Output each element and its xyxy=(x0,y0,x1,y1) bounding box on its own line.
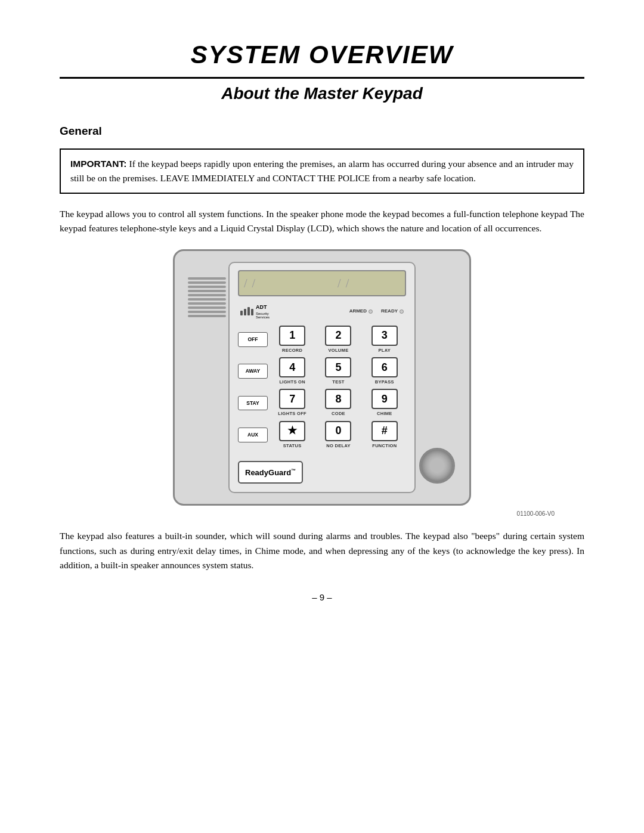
key-hash-label: FUNCTION xyxy=(372,442,397,449)
key-row-3: STAY 7 LIGHTS OFF 8 CODE 9 CHIME xyxy=(238,389,406,417)
key-4-label: LIGHTS ON xyxy=(279,379,305,385)
key-6[interactable]: 6 xyxy=(371,357,398,377)
status-row: ADT SecurityServices ARMED READY xyxy=(238,302,406,321)
page: SYSTEM OVERVIEW About the Master Keypad … xyxy=(0,0,644,833)
circular-speaker-icon xyxy=(419,448,455,484)
key-star-cell: ★ STATUS xyxy=(271,421,314,449)
speaker-grille-left xyxy=(185,271,228,323)
indicators: ARMED READY xyxy=(349,308,404,315)
grille-line xyxy=(188,315,226,317)
body-paragraph-1: The keypad allows you to control all sys… xyxy=(60,207,584,237)
section-heading: General xyxy=(60,123,584,140)
key-row-1: OFF 1 RECORD 2 VOLUME 3 PLAY xyxy=(238,326,406,354)
ready-guard-text: ReadyGuard xyxy=(245,468,291,477)
key-4[interactable]: 4 xyxy=(279,357,305,377)
brand-bars xyxy=(240,307,253,315)
key-3-label: PLAY xyxy=(379,347,391,354)
key-7-cell: 7 LIGHTS OFF xyxy=(271,389,314,417)
body-paragraph-2: The keypad also features a built-in soun… xyxy=(60,529,584,573)
aux-button[interactable]: AUX xyxy=(238,428,268,442)
keypad-footer-wrapper: ReadyGuard™ xyxy=(238,457,406,484)
keypad-footer: ReadyGuard™ xyxy=(238,461,303,484)
page-subtitle: About the Master Keypad xyxy=(60,81,584,106)
ready-guard-brand: ReadyGuard™ xyxy=(245,468,296,477)
grille-line xyxy=(188,294,226,296)
keypad-unit: // // ADT SecurityService xyxy=(228,262,416,493)
key-0[interactable]: 0 xyxy=(325,421,351,441)
bar2 xyxy=(244,309,246,315)
speaker-right xyxy=(416,448,459,484)
key-hash[interactable]: # xyxy=(371,421,398,441)
ready-led xyxy=(400,309,404,314)
trademark: ™ xyxy=(291,467,296,473)
page-number: – 9 – xyxy=(60,591,584,605)
key-row-4: AUX ★ STATUS 0 NO DELAY # FUNCTION xyxy=(238,421,406,449)
key-7[interactable]: 7 xyxy=(279,389,305,409)
key-6-cell: 6 BYPASS xyxy=(363,357,406,385)
grille-line xyxy=(188,306,226,309)
key-2[interactable]: 2 xyxy=(325,326,351,346)
key-9-label: CHIME xyxy=(377,410,392,417)
bar3 xyxy=(247,307,250,315)
key-8-label: CODE xyxy=(332,410,345,417)
key-8-cell: 8 CODE xyxy=(317,389,360,417)
key-5-label: TEST xyxy=(332,379,344,385)
off-button[interactable]: OFF xyxy=(238,332,268,347)
key-9-cell: 9 CHIME xyxy=(363,389,406,417)
stay-button[interactable]: STAY xyxy=(238,396,268,411)
grille-line xyxy=(188,277,226,280)
bar1 xyxy=(240,311,243,315)
armed-label: ARMED xyxy=(349,308,367,315)
key-6-label: BYPASS xyxy=(375,379,394,385)
important-box: IMPORTANT: If the keypad beeps rapidly u… xyxy=(60,148,584,194)
key-9[interactable]: 9 xyxy=(371,389,398,409)
ready-indicator: READY xyxy=(381,308,404,315)
key-1-cell: 1 RECORD xyxy=(271,326,314,354)
key-hash-cell: # FUNCTION xyxy=(363,421,406,449)
lcd-display: // // xyxy=(238,270,406,296)
keypad-diagram: // // ADT SecurityService xyxy=(60,249,584,506)
grille-line xyxy=(188,311,226,313)
key-5-cell: 5 TEST xyxy=(317,357,360,385)
grille-line xyxy=(188,281,226,284)
key-5[interactable]: 5 xyxy=(325,357,351,377)
armed-indicator: ARMED xyxy=(349,308,373,315)
fig-caption: 01100-006-V0 xyxy=(60,509,584,518)
brand-name: ADT xyxy=(256,304,270,312)
key-1-label: RECORD xyxy=(282,347,302,354)
brand-text: ADT SecurityServices xyxy=(256,304,270,320)
key-star-label: STATUS xyxy=(283,442,302,449)
key-0-label: NO DELAY xyxy=(326,442,350,449)
key-0-cell: 0 NO DELAY xyxy=(317,421,360,449)
key-3-cell: 3 PLAY xyxy=(363,326,406,354)
grille-line xyxy=(188,286,226,288)
brand-sub: SecurityServices xyxy=(256,312,270,320)
key-2-label: VOLUME xyxy=(329,347,349,354)
key-star[interactable]: ★ xyxy=(279,421,305,441)
brand-logo: ADT SecurityServices xyxy=(240,304,270,320)
key-3[interactable]: 3 xyxy=(371,326,398,346)
grille-line xyxy=(188,302,226,305)
lcd-marks: // // xyxy=(244,274,354,292)
key-7-label: LIGHTS OFF xyxy=(278,410,306,417)
bar4 xyxy=(251,309,253,315)
page-title: SYSTEM OVERVIEW xyxy=(60,36,584,73)
grille-line xyxy=(188,290,226,292)
key-row-2: AWAY 4 LIGHTS ON 5 TEST 6 BYPASS xyxy=(238,357,406,385)
important-bold: IMPORTANT: If the keypad beeps rapidly u… xyxy=(70,159,574,183)
armed-led xyxy=(369,309,373,314)
outer-panel: // // ADT SecurityService xyxy=(173,249,471,506)
key-4-cell: 4 LIGHTS ON xyxy=(271,357,314,385)
away-button[interactable]: AWAY xyxy=(238,364,268,379)
key-2-cell: 2 VOLUME xyxy=(317,326,360,354)
key-8[interactable]: 8 xyxy=(325,389,351,409)
ready-label: READY xyxy=(381,308,398,315)
grille-line xyxy=(188,298,226,301)
key-1[interactable]: 1 xyxy=(279,326,305,346)
